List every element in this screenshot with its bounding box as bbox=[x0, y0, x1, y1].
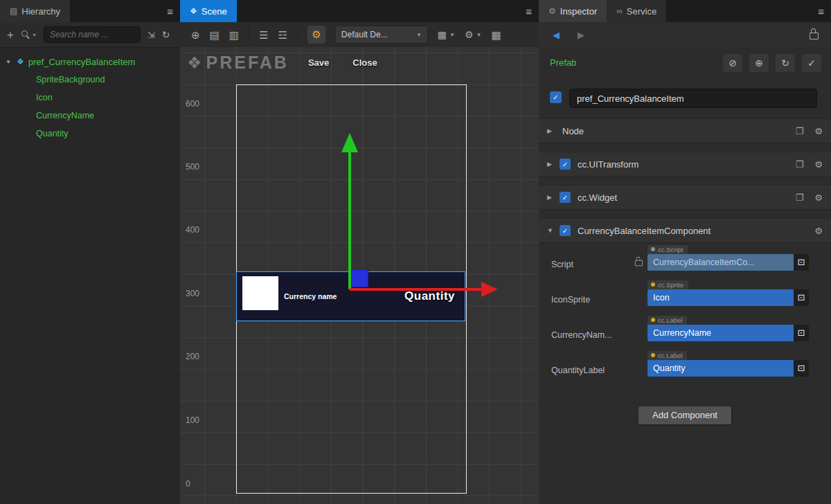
quantity-label: Quantity bbox=[404, 289, 455, 303]
component-enabled-checkbox[interactable]: ✓ bbox=[560, 225, 571, 236]
reference-picker-icon[interactable]: ⊡ bbox=[794, 254, 809, 271]
reference-picker-icon[interactable]: ⊡ bbox=[794, 360, 809, 377]
component-enabled-checkbox[interactable]: ✓ bbox=[560, 159, 571, 170]
hierarchy-root-node[interactable]: ▼ ❖ pref_CurrencyBalanceItem bbox=[0, 53, 180, 71]
paste-component-icon[interactable]: ❐ bbox=[796, 159, 804, 170]
create-node-button[interactable]: + bbox=[7, 29, 14, 41]
gear-icon[interactable]: ⚙ bbox=[814, 192, 823, 203]
unlink-prefab-icon[interactable]: ⊘ bbox=[723, 54, 742, 72]
search-type-button[interactable]: ▼ bbox=[21, 30, 37, 39]
expand-caret-icon[interactable]: ▼ bbox=[6, 59, 12, 65]
device-preset-dropdown[interactable]: Default De... ▼ bbox=[335, 26, 428, 44]
property-field-group: cc.Script CurrencyBalanceItemCo... ⊡ bbox=[647, 244, 809, 271]
inspector-tabbar: ⚙ Inspector ∞ Service ≡ bbox=[539, 0, 831, 22]
section-node[interactable]: ▶ Node ❐ ⚙ bbox=[539, 118, 831, 143]
scene-menu-icon[interactable]: ≡ bbox=[526, 0, 532, 22]
gizmo-x-axis-arrowhead[interactable] bbox=[481, 282, 498, 297]
tab-scene[interactable]: ❖ Scene bbox=[180, 0, 237, 22]
nav-back-icon[interactable]: ◀ bbox=[553, 30, 560, 40]
chevron-right-icon[interactable]: ▶ bbox=[547, 127, 555, 134]
currencyname-reference-field[interactable]: CurrencyName bbox=[647, 325, 794, 341]
type-chip-label: cc.Label bbox=[658, 316, 682, 324]
insert-node-after-icon[interactable]: ▥ bbox=[229, 30, 239, 40]
node-name-input[interactable] bbox=[569, 89, 817, 108]
paste-component-icon[interactable]: ❐ bbox=[796, 126, 804, 136]
property-label: Script bbox=[551, 260, 573, 269]
apply-prefab-icon[interactable]: ✓ bbox=[802, 54, 821, 72]
node-active-checkbox[interactable]: ✓ bbox=[550, 91, 562, 103]
node-label: pref_CurrencyBalanceItem bbox=[28, 57, 136, 67]
property-field-group: cc.Sprite Icon ⊡ bbox=[647, 279, 809, 306]
gizmo-y-axis-line[interactable] bbox=[348, 151, 351, 289]
gear-icon[interactable]: ⚙ bbox=[814, 159, 823, 170]
gizmo-x-axis-line[interactable] bbox=[350, 288, 481, 291]
type-chip: cc.Label bbox=[647, 351, 687, 360]
hierarchy-node-quantity[interactable]: Quantity bbox=[0, 125, 180, 143]
script-reference-field[interactable]: CurrencyBalanceItemCo... bbox=[647, 254, 794, 271]
chevron-down-icon: ▼ bbox=[416, 32, 422, 38]
node-label: SpriteBackground bbox=[36, 75, 105, 84]
inspector-menu-icon[interactable]: ≡ bbox=[818, 0, 824, 22]
hierarchy-node-spritebackground[interactable]: SpriteBackground bbox=[0, 71, 180, 89]
tab-service[interactable]: ∞ Service bbox=[607, 0, 666, 22]
tab-inspector[interactable]: ⚙ Inspector bbox=[539, 0, 607, 22]
layout-dropdown-button[interactable]: ▦ ▼ bbox=[438, 29, 455, 40]
layout-icon: ▦ bbox=[438, 29, 447, 40]
tab-scene-label: Scene bbox=[202, 6, 227, 17]
gear-icon[interactable]: ⚙ bbox=[814, 226, 823, 236]
grid-toggle-icon[interactable]: ▦ bbox=[492, 30, 501, 40]
component-enabled-checkbox[interactable]: ✓ bbox=[560, 192, 571, 203]
node-name-row: ✓ bbox=[539, 89, 831, 109]
type-dot-icon bbox=[651, 247, 655, 251]
property-quantitylabel: QuantityLabel cc.Label Quantity ⊡ bbox=[539, 350, 831, 379]
locate-asset-icon[interactable]: ⊕ bbox=[749, 54, 769, 72]
tab-hierarchy[interactable]: ▤ Hierarchy bbox=[0, 0, 70, 22]
chevron-right-icon[interactable]: ▶ bbox=[547, 161, 555, 168]
reference-picker-icon[interactable]: ⊡ bbox=[794, 325, 809, 341]
hierarchy-search-input[interactable] bbox=[44, 26, 141, 43]
refresh-icon[interactable]: ↻ bbox=[162, 30, 170, 39]
scene-tabbar: ❖ Scene ≡ bbox=[180, 0, 539, 22]
hierarchy-node-icon[interactable]: Icon bbox=[0, 89, 180, 107]
gizmo-xy-plane-handle[interactable] bbox=[351, 269, 368, 287]
ruler-label: 300 bbox=[186, 289, 199, 298]
nav-forward-icon[interactable]: ▶ bbox=[578, 30, 584, 40]
tab-service-label: Service bbox=[627, 6, 656, 17]
section-widget[interactable]: ▶ ✓ cc.Widget ❐ ⚙ bbox=[539, 185, 831, 210]
hierarchy-panel: ▤ Hierarchy ≡ + ▼ ⇲ ↻ ▼ ❖ pref_CurrencyB… bbox=[0, 0, 181, 504]
chevron-right-icon[interactable]: ▶ bbox=[547, 194, 555, 201]
collapse-all-icon[interactable]: ⇲ bbox=[148, 30, 155, 39]
hierarchy-menu-icon[interactable]: ≡ bbox=[167, 0, 173, 22]
scene-gear-dropdown-button[interactable]: ⚙ ▼ bbox=[465, 29, 481, 40]
ruler-label: 600 bbox=[186, 99, 199, 109]
lock-icon[interactable] bbox=[810, 33, 819, 39]
type-chip: cc.Sprite bbox=[647, 280, 688, 289]
iconsprite-reference-field[interactable]: Icon bbox=[647, 289, 794, 306]
tab-hierarchy-label: Hierarchy bbox=[21, 6, 60, 17]
gizmo-y-axis-arrowhead[interactable] bbox=[341, 133, 358, 152]
insert-node-before-icon[interactable]: ▤ bbox=[210, 30, 220, 40]
hierarchy-node-currencyname[interactable]: CurrencyName bbox=[0, 107, 180, 125]
reference-picker-icon[interactable]: ⊡ bbox=[794, 289, 809, 306]
section-uitransform[interactable]: ▶ ✓ cc.UITransform ❐ ⚙ bbox=[539, 152, 831, 177]
prefab-save-button[interactable]: Save bbox=[308, 57, 329, 68]
cocos-creator-editor: ▤ Hierarchy ≡ + ▼ ⇲ ↻ ▼ ❖ pref_CurrencyB… bbox=[0, 0, 831, 504]
chevron-down-icon: ▼ bbox=[32, 33, 37, 37]
prefab-close-button[interactable]: Close bbox=[352, 57, 377, 68]
quantitylabel-reference-field[interactable]: Quantity bbox=[647, 360, 794, 377]
revert-prefab-icon[interactable]: ↻ bbox=[776, 54, 795, 72]
inspector-gear-icon: ⚙ bbox=[548, 6, 556, 16]
scene-canvas[interactable]: ❖ PREFAB Save Close 600 500 400 300 200 … bbox=[180, 47, 539, 504]
add-component-button[interactable]: Add Component bbox=[638, 406, 731, 424]
chevron-down-icon[interactable]: ▼ bbox=[547, 227, 555, 234]
zoom-in-icon[interactable]: ⊕ bbox=[191, 30, 200, 40]
gear-icon: ⚙ bbox=[465, 29, 474, 40]
paste-component-icon[interactable]: ❐ bbox=[796, 192, 804, 203]
type-chip-label: cc.Sprite bbox=[658, 281, 683, 289]
gear-icon[interactable]: ⚙ bbox=[814, 126, 823, 136]
inspector-nav-row: ◀ ▶ bbox=[539, 22, 831, 47]
gizmo-settings-gear-icon[interactable]: ⚙ bbox=[307, 26, 325, 44]
section-currencybalanceitemcomponent[interactable]: ▼ ✓ CurrencyBalanceItemComponent ⚙ bbox=[539, 218, 831, 243]
align-top-icon[interactable]: ☰ bbox=[259, 30, 268, 40]
align-bottom-icon[interactable]: ☲ bbox=[278, 30, 287, 40]
